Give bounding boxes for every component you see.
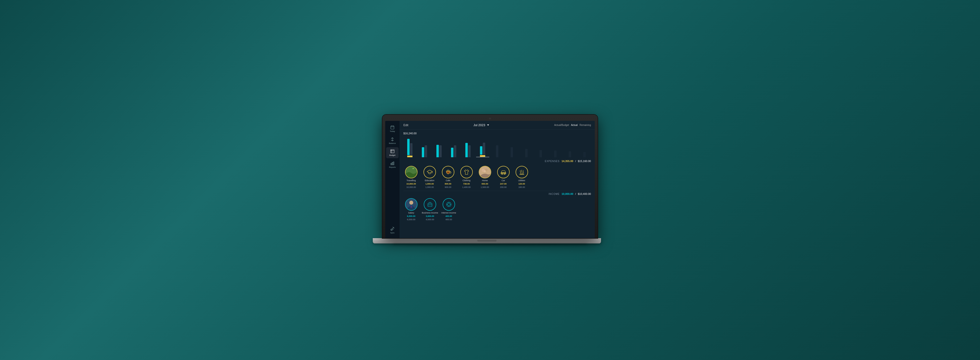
today-icon (390, 125, 395, 129)
month-label: Jul 2023 (474, 123, 485, 127)
bar-group-13 (578, 152, 591, 157)
sidebar-item-today[interactable]: Today (386, 123, 399, 134)
home-icon (479, 166, 491, 178)
category-budget: 1,500.00 (480, 186, 489, 188)
category-clothing[interactable]: Clothing 738.00 1,400.00 (459, 166, 474, 188)
category-cafe[interactable]: Cafe 800.00 900.00 (440, 166, 456, 188)
svg-rect-10 (393, 162, 394, 165)
sidebar: Today Balance Budget (385, 121, 399, 238)
clothing-svg (463, 169, 470, 175)
expense-categories-grid: Travelling 10,800.00 10,000.00 (399, 164, 595, 190)
category-utilities[interactable]: Utilities 120.00 160.00 (514, 166, 530, 188)
month-chevron-icon (487, 124, 489, 126)
travelling-icon (405, 166, 417, 178)
bar-gray (539, 150, 542, 157)
edit-button[interactable]: Edit (403, 124, 409, 127)
bar-gray (525, 149, 528, 157)
bar-yellow-indicator (480, 155, 485, 157)
bar-group-6-selected[interactable] (476, 143, 489, 157)
sidebar-item-sync[interactable]: Sync (386, 225, 399, 236)
category-actual: 1,000.00 (425, 183, 434, 185)
svg-rect-14 (413, 167, 414, 169)
category-interest-income[interactable]: Interest income 400.00 400.00 (441, 198, 457, 221)
screen: Today Balance Budget (385, 121, 595, 238)
category-car[interactable]: Car 247.00 200.00 (495, 166, 511, 188)
view-actual-budget[interactable]: Actual/Budget (554, 124, 569, 126)
bar-yellow (407, 156, 412, 157)
category-name: Business income (422, 212, 438, 214)
expenses-budget: $15,160.00 (578, 160, 591, 162)
bar-gray (583, 152, 586, 157)
bar-gray (468, 145, 471, 157)
sidebar-item-balance[interactable]: Balance (386, 135, 399, 146)
sidebar-item-reports[interactable]: Reports (386, 159, 399, 170)
cafe-svg (445, 169, 451, 175)
bar-cyan (422, 147, 424, 157)
home-photo-svg (479, 166, 491, 178)
salary-icon (405, 198, 417, 211)
main-content: Edit Jul 2023 Actual/Budget Actual Remai… (399, 121, 595, 238)
svg-rect-0 (391, 126, 394, 129)
reports-icon (390, 161, 395, 166)
bar-cyan (465, 143, 468, 157)
bar-gray (425, 145, 427, 157)
sync-icon (390, 227, 395, 231)
income-budget: $10,400.00 (578, 193, 591, 195)
svg-rect-9 (392, 162, 393, 165)
bar-gray (569, 151, 571, 157)
laptop-wrapper: Today Balance Budget (382, 115, 598, 245)
category-business-income[interactable]: Business income 3,600.00 4,000.00 (422, 198, 438, 221)
category-actual: 6,000.00 (407, 215, 415, 217)
sidebar-balance-label: Balance (389, 142, 396, 144)
category-actual: 400.00 (445, 215, 452, 217)
bar-group-12 (563, 151, 576, 157)
svg-rect-8 (391, 163, 391, 165)
category-name: Education (425, 179, 434, 182)
view-remaining[interactable]: Remaining (579, 124, 591, 126)
sidebar-today-label: Today (390, 130, 395, 132)
category-salary[interactable]: Salary 6,000.00 6,000.00 (403, 198, 419, 221)
bar-group-10 (534, 150, 547, 157)
view-toggles: Actual/Budget Actual Remaining (554, 124, 591, 126)
month-selector[interactable]: Jul 2023 (474, 123, 489, 127)
bar-group-1 (403, 139, 417, 157)
clothing-icon (460, 166, 473, 178)
divider (403, 191, 591, 191)
bar-gray (483, 143, 485, 155)
sidebar-item-budget[interactable]: Budget (386, 147, 399, 158)
laptop-shadow (393, 244, 587, 245)
svg-point-11 (392, 229, 393, 230)
bar-cyan (407, 139, 410, 155)
income-separator: / (575, 193, 576, 195)
category-education[interactable]: Education 1,000.00 1,000.00 (422, 166, 438, 188)
income-actual: 10,000.00 (562, 193, 573, 195)
budget-icon (390, 149, 395, 153)
bar-gray (410, 143, 412, 155)
interest-svg (446, 201, 452, 207)
category-budget: 6,000.00 (407, 218, 415, 221)
bar-group-7 (491, 145, 504, 157)
category-actual: 800.00 (445, 183, 452, 185)
interest-income-icon (442, 198, 455, 211)
laptop-screen-border: Today Balance Budget (382, 115, 598, 238)
expenses-separator: / (575, 160, 576, 162)
category-actual: 10,800.00 (406, 183, 416, 185)
category-travelling[interactable]: Travelling 10,800.00 10,000.00 (403, 166, 419, 188)
category-budget: 1,000.00 (425, 186, 434, 188)
education-icon (423, 166, 436, 178)
sidebar-budget-label: Budget (389, 154, 395, 156)
category-actual: 3,600.00 (426, 215, 434, 217)
svg-point-27 (409, 201, 413, 205)
chart-area: $16,240.00 (399, 129, 595, 158)
bar-group-2 (418, 145, 431, 157)
category-name: Utilities (518, 179, 525, 182)
bar-group-8 (505, 147, 518, 157)
view-actual[interactable]: Actual (571, 124, 578, 126)
bar-gray (511, 147, 513, 157)
category-home[interactable]: Home 650.00 1,500.00 (477, 166, 493, 188)
laptop-camera (489, 118, 491, 119)
category-budget: 900.00 (445, 186, 452, 188)
bar-group-3 (433, 145, 446, 157)
category-actual: 120.00 (519, 183, 525, 185)
balance-icon (390, 137, 395, 142)
